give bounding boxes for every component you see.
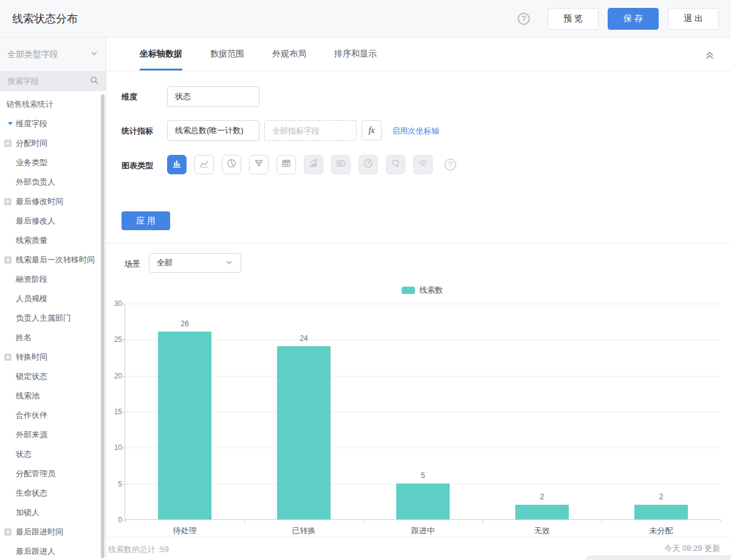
apply-button[interactable]: 应 用 [122, 211, 170, 230]
y-axis-tick-label: 20 [114, 372, 122, 380]
chevron-down-icon [90, 49, 98, 60]
field-search [0, 71, 106, 91]
metric-add-input[interactable] [264, 120, 357, 141]
map-chart-type-button [386, 155, 405, 174]
page-header: 线索状态分布 ? 预 览 保 存 退 出 [0, 0, 731, 38]
card-chart-type-button [331, 155, 351, 174]
sidebar-item[interactable]: 生命状态 [0, 483, 102, 503]
chart-type-buttons: ? [167, 155, 456, 174]
y-axis-tick [122, 340, 125, 340]
sidebar-item[interactable]: 锁定状态 [0, 367, 102, 386]
x-axis-category-label: 待处理 [173, 525, 197, 536]
x-axis-category-label: 无效 [534, 525, 550, 536]
tab-排序和显示[interactable]: 排序和显示 [334, 38, 377, 70]
expand-plus-icon[interactable] [4, 140, 12, 147]
sidebar-item[interactable]: 最后跟进人 [0, 542, 102, 560]
tab-坐标轴数据[interactable]: 坐标轴数据 [140, 38, 182, 70]
caret-down-icon[interactable] [8, 122, 13, 125]
sidebar-item[interactable]: 分配时间 [0, 134, 102, 153]
tab-外观布局[interactable]: 外观布局 [272, 38, 306, 70]
preview-button[interactable]: 预 览 [547, 8, 599, 30]
scene-label: 场景 [125, 259, 140, 270]
expand-plus-icon[interactable] [4, 528, 12, 536]
search-icon[interactable] [90, 76, 98, 87]
sidebar-field-list: 销售线索统计维度字段分配时间业务类型外部负责人最后修改时间最后修改人线索质量线索… [0, 91, 102, 560]
enable-secondary-axis-link[interactable]: 启用次坐标轴 [392, 126, 439, 137]
x-axis-tick [363, 519, 364, 523]
help-icon[interactable]: ? [518, 13, 530, 25]
sidebar-item-label: 线索质量 [16, 235, 47, 246]
sidebar-item[interactable]: 负责人主属部门 [0, 309, 102, 328]
y-axis-tick [122, 304, 125, 304]
y-axis-tick-label: 25 [114, 335, 122, 344]
sidebar-item-label: 业务类型 [16, 157, 47, 168]
sidebar-item-label: 分配时间 [16, 138, 47, 149]
sidebar-item[interactable]: 最后修改人 [0, 211, 102, 231]
chart-bar[interactable] [634, 505, 688, 519]
chart-bar[interactable] [515, 505, 569, 519]
sidebar-item[interactable]: 最后跟进时间 [0, 522, 102, 542]
sidebar-item[interactable]: 合作伙伴 [0, 406, 102, 425]
sidebar-item-label: 线索最后一次转移时间 [16, 254, 95, 265]
gridline [125, 412, 720, 412]
sidebar-item[interactable]: 状态 [0, 445, 102, 464]
field-search-input[interactable] [7, 77, 84, 86]
sidebar-item[interactable]: 姓名 [0, 328, 102, 347]
expand-plus-icon[interactable] [4, 198, 12, 205]
sidebar-item[interactable]: 外部负责人 [0, 172, 102, 192]
sidebar-item[interactable]: 线索最后一次转移时间 [0, 250, 102, 270]
save-button[interactable]: 保 存 [608, 8, 659, 30]
expand-plus-icon[interactable] [4, 353, 12, 361]
collapse-panel-icon[interactable] [704, 49, 715, 63]
bar-chart-icon [171, 158, 182, 171]
y-axis-tick-label: 30 [114, 299, 122, 308]
sidebar-item-label: 最后修改人 [16, 216, 55, 227]
gridline [125, 340, 720, 340]
sidebar-item[interactable]: 维度字段 [0, 114, 102, 134]
sidebar-item[interactable]: 线索池 [0, 386, 102, 406]
dimension-input[interactable] [167, 86, 259, 107]
sidebar-item-label: 转换时间 [16, 352, 47, 363]
expand-plus-icon[interactable] [4, 256, 12, 264]
sidebar-item[interactable]: 融资阶段 [0, 270, 102, 289]
chart-footer-divider [106, 537, 731, 538]
sidebar-item[interactable]: 转换时间 [0, 347, 102, 367]
bubble-map-chart-icon [417, 158, 428, 171]
trend-chart-icon [308, 158, 319, 171]
pie-chart-type-button[interactable] [222, 155, 241, 174]
bar-chart-type-button[interactable] [167, 155, 187, 174]
exit-button[interactable]: 退 出 [668, 8, 719, 30]
sidebar-item[interactable]: 外部来源 [0, 425, 102, 445]
y-axis-tick-label: 10 [114, 443, 122, 452]
legend-swatch [402, 287, 415, 294]
line-chart-type-button[interactable] [194, 155, 214, 174]
sidebar-item[interactable]: 人员规模 [0, 289, 102, 309]
metric-input[interactable] [167, 120, 259, 141]
funnel-chart-type-button[interactable] [249, 155, 269, 174]
chart-type-help-icon[interactable]: ? [444, 159, 456, 171]
chart-bar[interactable] [277, 346, 331, 519]
sidebar-item[interactable]: 线索质量 [0, 231, 102, 250]
chart-bar[interactable] [396, 483, 450, 519]
pie-chart-icon [226, 158, 237, 171]
sidebar-item[interactable]: 业务类型 [0, 153, 102, 172]
main-panel: 坐标轴数据数据范围外观布局排序和显示 维度 统计指标 fx 启用次坐标轴 图表类… [106, 38, 731, 560]
formula-fx-button[interactable]: fx [362, 120, 382, 140]
chart-legend[interactable]: 线索数 [125, 285, 720, 296]
chart-bar[interactable] [158, 332, 211, 519]
sidebar-item-label: 外部来源 [16, 429, 47, 440]
legend-label: 线索数 [419, 285, 443, 296]
floating-widget[interactable] [585, 556, 731, 560]
sidebar-item[interactable]: 分配管理员 [0, 464, 102, 483]
sidebar-item[interactable]: 最后修改时间 [0, 192, 102, 211]
tab-数据范围[interactable]: 数据范围 [210, 38, 244, 70]
y-axis-labels: 051015202530 [109, 304, 122, 520]
field-type-filter[interactable]: 全部类型字段 [0, 38, 106, 71]
y-axis-tick [122, 412, 125, 412]
scene-select[interactable]: 全部 [149, 253, 241, 273]
chart-total-text: 线索数的总计 :59 [108, 544, 169, 555]
table-chart-type-button[interactable] [276, 155, 296, 174]
sidebar-item[interactable]: 加锁人 [0, 503, 102, 522]
y-axis-tick [122, 448, 125, 448]
sidebar-scrollbar[interactable] [101, 94, 105, 558]
